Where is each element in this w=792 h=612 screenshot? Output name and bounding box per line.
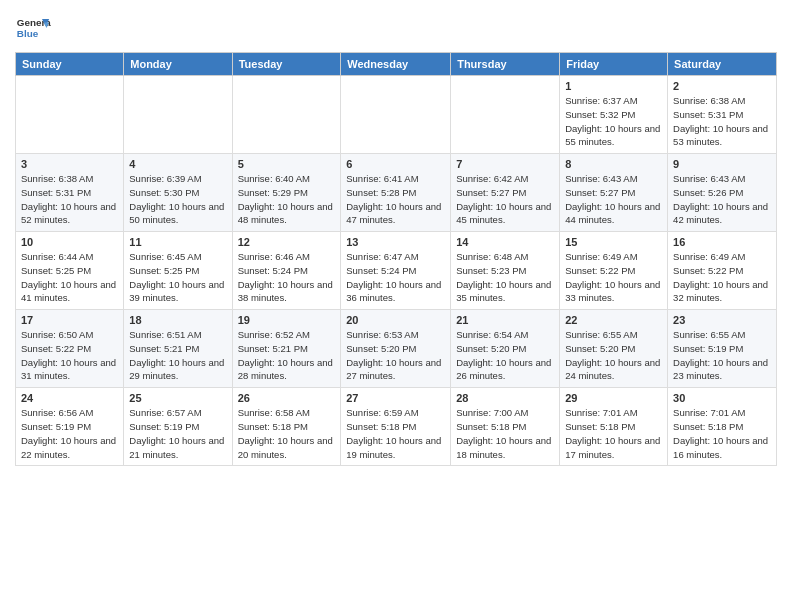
day-info: Sunrise: 6:58 AM Sunset: 5:18 PM Dayligh… bbox=[238, 406, 336, 461]
calendar-cell: 25Sunrise: 6:57 AM Sunset: 5:19 PM Dayli… bbox=[124, 388, 232, 466]
day-number: 5 bbox=[238, 158, 336, 170]
day-info: Sunrise: 6:55 AM Sunset: 5:20 PM Dayligh… bbox=[565, 328, 662, 383]
week-row-1: 3Sunrise: 6:38 AM Sunset: 5:31 PM Daylig… bbox=[16, 154, 777, 232]
calendar-cell: 23Sunrise: 6:55 AM Sunset: 5:19 PM Dayli… bbox=[668, 310, 777, 388]
logo-icon: General Blue bbox=[15, 10, 51, 46]
calendar-cell: 9Sunrise: 6:43 AM Sunset: 5:26 PM Daylig… bbox=[668, 154, 777, 232]
day-info: Sunrise: 7:01 AM Sunset: 5:18 PM Dayligh… bbox=[565, 406, 662, 461]
weekday-saturday: Saturday bbox=[668, 53, 777, 76]
calendar-cell: 16Sunrise: 6:49 AM Sunset: 5:22 PM Dayli… bbox=[668, 232, 777, 310]
day-number: 24 bbox=[21, 392, 118, 404]
calendar-body: 1Sunrise: 6:37 AM Sunset: 5:32 PM Daylig… bbox=[16, 76, 777, 466]
weekday-thursday: Thursday bbox=[451, 53, 560, 76]
calendar-cell: 24Sunrise: 6:56 AM Sunset: 5:19 PM Dayli… bbox=[16, 388, 124, 466]
weekday-tuesday: Tuesday bbox=[232, 53, 341, 76]
calendar-cell bbox=[341, 76, 451, 154]
day-info: Sunrise: 6:53 AM Sunset: 5:20 PM Dayligh… bbox=[346, 328, 445, 383]
weekday-wednesday: Wednesday bbox=[341, 53, 451, 76]
calendar-cell: 26Sunrise: 6:58 AM Sunset: 5:18 PM Dayli… bbox=[232, 388, 341, 466]
day-number: 4 bbox=[129, 158, 226, 170]
calendar-cell: 2Sunrise: 6:38 AM Sunset: 5:31 PM Daylig… bbox=[668, 76, 777, 154]
calendar-cell: 29Sunrise: 7:01 AM Sunset: 5:18 PM Dayli… bbox=[560, 388, 668, 466]
day-info: Sunrise: 6:39 AM Sunset: 5:30 PM Dayligh… bbox=[129, 172, 226, 227]
calendar-cell: 11Sunrise: 6:45 AM Sunset: 5:25 PM Dayli… bbox=[124, 232, 232, 310]
day-info: Sunrise: 6:50 AM Sunset: 5:22 PM Dayligh… bbox=[21, 328, 118, 383]
day-number: 7 bbox=[456, 158, 554, 170]
day-number: 3 bbox=[21, 158, 118, 170]
day-number: 6 bbox=[346, 158, 445, 170]
day-info: Sunrise: 6:51 AM Sunset: 5:21 PM Dayligh… bbox=[129, 328, 226, 383]
day-number: 18 bbox=[129, 314, 226, 326]
day-info: Sunrise: 6:47 AM Sunset: 5:24 PM Dayligh… bbox=[346, 250, 445, 305]
day-number: 12 bbox=[238, 236, 336, 248]
day-number: 14 bbox=[456, 236, 554, 248]
day-info: Sunrise: 6:41 AM Sunset: 5:28 PM Dayligh… bbox=[346, 172, 445, 227]
day-number: 9 bbox=[673, 158, 771, 170]
calendar-cell: 10Sunrise: 6:44 AM Sunset: 5:25 PM Dayli… bbox=[16, 232, 124, 310]
calendar-cell: 8Sunrise: 6:43 AM Sunset: 5:27 PM Daylig… bbox=[560, 154, 668, 232]
calendar-cell: 4Sunrise: 6:39 AM Sunset: 5:30 PM Daylig… bbox=[124, 154, 232, 232]
day-info: Sunrise: 7:00 AM Sunset: 5:18 PM Dayligh… bbox=[456, 406, 554, 461]
calendar-cell: 15Sunrise: 6:49 AM Sunset: 5:22 PM Dayli… bbox=[560, 232, 668, 310]
weekday-sunday: Sunday bbox=[16, 53, 124, 76]
day-number: 21 bbox=[456, 314, 554, 326]
calendar-cell: 21Sunrise: 6:54 AM Sunset: 5:20 PM Dayli… bbox=[451, 310, 560, 388]
day-number: 28 bbox=[456, 392, 554, 404]
page-header: General Blue bbox=[15, 10, 777, 46]
day-number: 17 bbox=[21, 314, 118, 326]
svg-text:Blue: Blue bbox=[17, 28, 39, 39]
day-info: Sunrise: 6:46 AM Sunset: 5:24 PM Dayligh… bbox=[238, 250, 336, 305]
day-info: Sunrise: 6:45 AM Sunset: 5:25 PM Dayligh… bbox=[129, 250, 226, 305]
day-info: Sunrise: 6:54 AM Sunset: 5:20 PM Dayligh… bbox=[456, 328, 554, 383]
day-info: Sunrise: 6:43 AM Sunset: 5:27 PM Dayligh… bbox=[565, 172, 662, 227]
day-info: Sunrise: 6:38 AM Sunset: 5:31 PM Dayligh… bbox=[21, 172, 118, 227]
day-info: Sunrise: 6:52 AM Sunset: 5:21 PM Dayligh… bbox=[238, 328, 336, 383]
day-info: Sunrise: 6:38 AM Sunset: 5:31 PM Dayligh… bbox=[673, 94, 771, 149]
calendar-cell: 3Sunrise: 6:38 AM Sunset: 5:31 PM Daylig… bbox=[16, 154, 124, 232]
day-number: 29 bbox=[565, 392, 662, 404]
week-row-2: 10Sunrise: 6:44 AM Sunset: 5:25 PM Dayli… bbox=[16, 232, 777, 310]
calendar-cell bbox=[16, 76, 124, 154]
calendar-cell: 14Sunrise: 6:48 AM Sunset: 5:23 PM Dayli… bbox=[451, 232, 560, 310]
calendar-cell: 17Sunrise: 6:50 AM Sunset: 5:22 PM Dayli… bbox=[16, 310, 124, 388]
calendar-cell bbox=[124, 76, 232, 154]
calendar-cell: 27Sunrise: 6:59 AM Sunset: 5:18 PM Dayli… bbox=[341, 388, 451, 466]
day-number: 15 bbox=[565, 236, 662, 248]
week-row-4: 24Sunrise: 6:56 AM Sunset: 5:19 PM Dayli… bbox=[16, 388, 777, 466]
day-number: 2 bbox=[673, 80, 771, 92]
day-info: Sunrise: 6:42 AM Sunset: 5:27 PM Dayligh… bbox=[456, 172, 554, 227]
calendar-cell: 18Sunrise: 6:51 AM Sunset: 5:21 PM Dayli… bbox=[124, 310, 232, 388]
calendar-cell: 5Sunrise: 6:40 AM Sunset: 5:29 PM Daylig… bbox=[232, 154, 341, 232]
day-info: Sunrise: 6:44 AM Sunset: 5:25 PM Dayligh… bbox=[21, 250, 118, 305]
calendar-cell: 28Sunrise: 7:00 AM Sunset: 5:18 PM Dayli… bbox=[451, 388, 560, 466]
calendar-cell: 6Sunrise: 6:41 AM Sunset: 5:28 PM Daylig… bbox=[341, 154, 451, 232]
calendar-cell: 13Sunrise: 6:47 AM Sunset: 5:24 PM Dayli… bbox=[341, 232, 451, 310]
day-info: Sunrise: 7:01 AM Sunset: 5:18 PM Dayligh… bbox=[673, 406, 771, 461]
calendar-cell: 1Sunrise: 6:37 AM Sunset: 5:32 PM Daylig… bbox=[560, 76, 668, 154]
day-info: Sunrise: 6:40 AM Sunset: 5:29 PM Dayligh… bbox=[238, 172, 336, 227]
calendar-cell: 7Sunrise: 6:42 AM Sunset: 5:27 PM Daylig… bbox=[451, 154, 560, 232]
week-row-3: 17Sunrise: 6:50 AM Sunset: 5:22 PM Dayli… bbox=[16, 310, 777, 388]
day-number: 11 bbox=[129, 236, 226, 248]
calendar-cell: 22Sunrise: 6:55 AM Sunset: 5:20 PM Dayli… bbox=[560, 310, 668, 388]
day-info: Sunrise: 6:48 AM Sunset: 5:23 PM Dayligh… bbox=[456, 250, 554, 305]
day-number: 25 bbox=[129, 392, 226, 404]
calendar-cell: 20Sunrise: 6:53 AM Sunset: 5:20 PM Dayli… bbox=[341, 310, 451, 388]
day-number: 27 bbox=[346, 392, 445, 404]
week-row-0: 1Sunrise: 6:37 AM Sunset: 5:32 PM Daylig… bbox=[16, 76, 777, 154]
day-number: 20 bbox=[346, 314, 445, 326]
calendar-table: SundayMondayTuesdayWednesdayThursdayFrid… bbox=[15, 52, 777, 466]
weekday-header-row: SundayMondayTuesdayWednesdayThursdayFrid… bbox=[16, 53, 777, 76]
day-info: Sunrise: 6:43 AM Sunset: 5:26 PM Dayligh… bbox=[673, 172, 771, 227]
day-number: 13 bbox=[346, 236, 445, 248]
weekday-friday: Friday bbox=[560, 53, 668, 76]
day-number: 30 bbox=[673, 392, 771, 404]
calendar-cell bbox=[451, 76, 560, 154]
day-number: 19 bbox=[238, 314, 336, 326]
day-number: 22 bbox=[565, 314, 662, 326]
day-number: 10 bbox=[21, 236, 118, 248]
weekday-monday: Monday bbox=[124, 53, 232, 76]
day-info: Sunrise: 6:49 AM Sunset: 5:22 PM Dayligh… bbox=[673, 250, 771, 305]
logo: General Blue bbox=[15, 10, 51, 46]
calendar-cell: 12Sunrise: 6:46 AM Sunset: 5:24 PM Dayli… bbox=[232, 232, 341, 310]
